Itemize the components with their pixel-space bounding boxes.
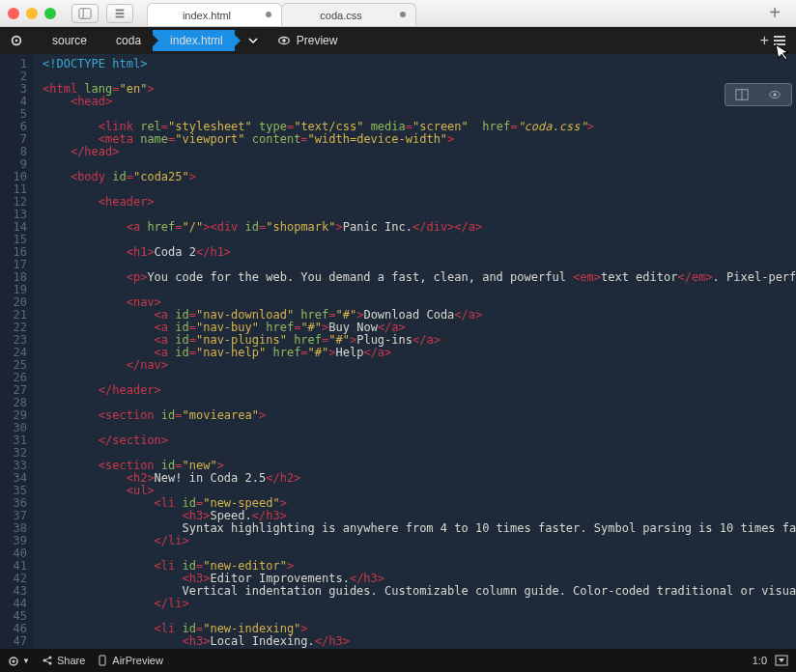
status-bar: ▼ Share AirPreview 1:0: [0, 649, 796, 672]
code-area[interactable]: <!DOCTYPE html><html lang="en"> <head> <…: [33, 54, 796, 649]
path-segment[interactable]: coda: [99, 30, 153, 51]
preview-button[interactable]: Preview: [271, 34, 344, 47]
path-chevron[interactable]: [242, 36, 264, 45]
modified-indicator-icon: [400, 12, 406, 17]
panel-toggle-icon[interactable]: [775, 654, 788, 667]
maximize-window-button[interactable]: [44, 8, 56, 19]
line-number: 47: [2, 635, 27, 648]
line-number-gutter: 1234567891011121314151617181920212223242…: [0, 54, 33, 649]
code-line[interactable]: <body id="coda25">: [43, 171, 796, 183]
sidebar-toggle-button[interactable]: [71, 4, 99, 23]
cursor-position[interactable]: 1:0: [753, 655, 767, 666]
file-tab[interactable]: coda.css: [281, 3, 416, 26]
file-tab[interactable]: index.html: [147, 3, 282, 26]
code-line[interactable]: </header>: [43, 384, 796, 397]
close-window-button[interactable]: [8, 8, 19, 19]
airpreview-label: AirPreview: [112, 655, 163, 666]
floating-overlay-panel[interactable]: [725, 83, 792, 106]
view-toggle-button[interactable]: [106, 4, 133, 23]
svg-rect-0: [79, 8, 91, 18]
svg-point-15: [773, 93, 777, 97]
path-segment[interactable]: source: [35, 30, 99, 51]
svg-line-22: [44, 660, 50, 663]
svg-point-6: [15, 40, 18, 42]
code-line[interactable]: <section id="moviearea">: [43, 409, 796, 422]
minimize-window-button[interactable]: [26, 8, 38, 19]
code-line[interactable]: [43, 183, 796, 196]
sidebar-icon: [78, 7, 92, 20]
split-icon: [735, 88, 749, 101]
code-line[interactable]: <header>: [43, 196, 796, 209]
eye-icon: [277, 34, 291, 47]
code-line[interactable]: <h2>New! in Coda 2.5</h2>: [43, 472, 796, 485]
airpreview-button[interactable]: AirPreview: [97, 655, 163, 666]
path-root-button[interactable]: [0, 30, 35, 51]
code-line[interactable]: </li>: [43, 535, 796, 547]
svg-rect-23: [100, 656, 105, 665]
share-label: Share: [57, 655, 85, 666]
svg-point-17: [13, 659, 15, 662]
code-line[interactable]: </li>: [43, 598, 796, 610]
code-line[interactable]: <p>You code for the web. You demand a fa…: [43, 271, 796, 284]
share-icon: [42, 655, 53, 666]
device-icon: [97, 655, 108, 666]
list-icon: [113, 7, 127, 20]
tab-label: index.html: [183, 10, 231, 21]
code-editor[interactable]: 1234567891011121314151617181920212223242…: [0, 54, 796, 649]
titlebar: index.htmlcoda.css +: [0, 0, 796, 27]
code-line[interactable]: <!DOCTYPE html>: [43, 58, 796, 70]
tab-label: coda.css: [320, 10, 361, 21]
code-line[interactable]: </nav>: [43, 359, 796, 372]
modified-indicator-icon: [266, 12, 271, 17]
code-line[interactable]: [43, 70, 796, 83]
new-tab-button[interactable]: +: [761, 2, 788, 24]
preview-label: Preview: [297, 34, 338, 47]
code-line[interactable]: </section>: [43, 434, 796, 447]
code-line[interactable]: </head>: [43, 146, 796, 158]
target-icon: [10, 34, 23, 47]
code-line[interactable]: <meta name="viewport" content="width=dev…: [43, 133, 796, 146]
chevron-down-icon: [248, 36, 258, 45]
gear-icon: [8, 656, 19, 667]
tab-bar: index.htmlcoda.css: [147, 0, 415, 26]
code-line[interactable]: <head>: [43, 96, 796, 108]
code-line[interactable]: <a href="/"><div id="shopmark">Panic Inc…: [43, 221, 796, 234]
svg-point-8: [282, 39, 286, 42]
code-line[interactable]: <h3>Local Indexing.</h3>: [43, 635, 796, 648]
window-controls: [8, 8, 56, 19]
code-line[interactable]: <h1>Coda 2</h1>: [43, 246, 796, 259]
path-bar: sourcecodaindex.html Preview +: [0, 27, 796, 54]
eye-icon: [768, 88, 782, 101]
code-line[interactable]: <html lang="en">: [43, 83, 796, 96]
settings-button[interactable]: ▼: [8, 654, 30, 666]
svg-line-21: [44, 658, 50, 660]
share-button[interactable]: Share: [42, 655, 85, 666]
add-split-button[interactable]: +: [760, 32, 769, 49]
path-segment[interactable]: index.html: [153, 30, 235, 51]
